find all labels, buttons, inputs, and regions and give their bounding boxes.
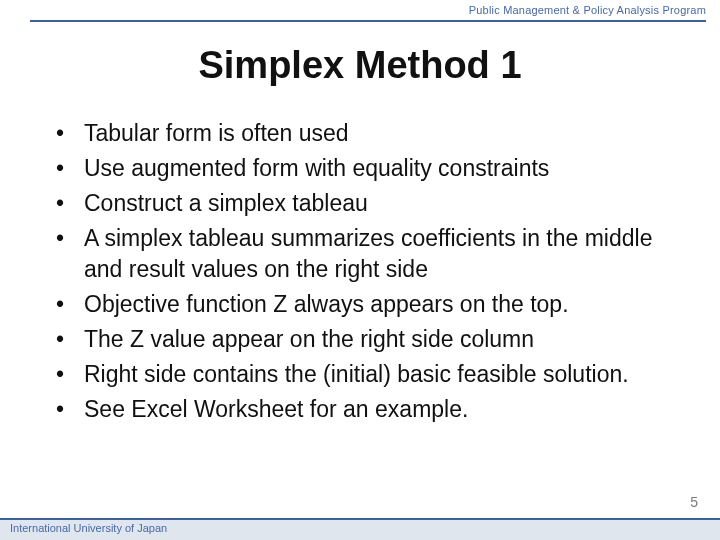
slide: Public Management & Policy Analysis Prog…	[0, 0, 720, 540]
list-item: Construct a simplex tableau	[56, 188, 680, 219]
header-rule	[30, 20, 706, 22]
content-area: Tabular form is often used Use augmented…	[56, 118, 680, 429]
list-item: A simplex tableau summarizes coefficient…	[56, 223, 680, 285]
list-item: Objective function Z always appears on t…	[56, 289, 680, 320]
page-number: 5	[690, 494, 698, 510]
page-title: Simplex Method 1	[0, 44, 720, 87]
program-label: Public Management & Policy Analysis Prog…	[469, 4, 706, 16]
university-label: International University of Japan	[10, 522, 167, 534]
list-item: Use augmented form with equality constra…	[56, 153, 680, 184]
list-item: The Z value appear on the right side col…	[56, 324, 680, 355]
list-item: Right side contains the (initial) basic …	[56, 359, 680, 390]
header-bar: Public Management & Policy Analysis Prog…	[30, 6, 706, 26]
bullet-list: Tabular form is often used Use augmented…	[56, 118, 680, 425]
footer-bar: International University of Japan	[0, 518, 720, 540]
list-item: Tabular form is often used	[56, 118, 680, 149]
list-item: See Excel Worksheet for an example.	[56, 394, 680, 425]
